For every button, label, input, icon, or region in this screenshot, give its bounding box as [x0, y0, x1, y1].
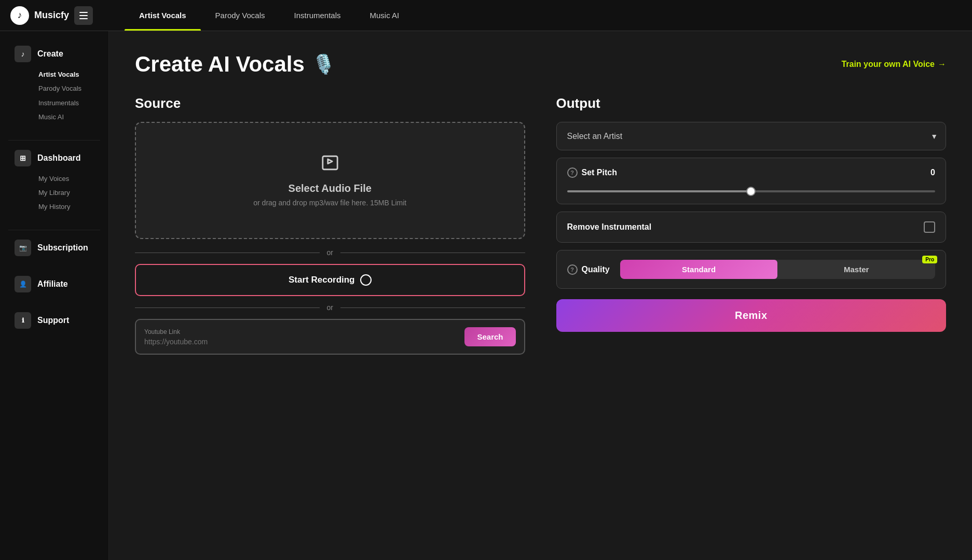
- train-link[interactable]: Train your own AI Voice →: [841, 60, 946, 69]
- sidebar-item-create[interactable]: ♪ Create: [8, 41, 100, 66]
- output-column: Output Select an Artist ▼ ? Set Pitch 0: [556, 95, 947, 332]
- dashboard-icon: ⊞: [15, 150, 31, 166]
- menu-button[interactable]: [74, 6, 93, 25]
- sidebar-label-dashboard: Dashboard: [37, 153, 81, 163]
- sidebar-label-subscription: Subscription: [37, 243, 88, 253]
- quality-card: ? Quality Standard Master Pro: [556, 250, 947, 289]
- youtube-link-input[interactable]: [144, 338, 459, 346]
- content-area: Create AI Vocals 🎙️ Train your own AI Vo…: [109, 31, 972, 560]
- sidebar-sub-instrumentals[interactable]: Instrumentals: [8, 96, 100, 110]
- output-title: Output: [556, 95, 947, 111]
- remove-instrumental-label: Remove Instrumental: [567, 222, 652, 232]
- sidebar: ♪ Create Artist Vocals Parody Vocals Ins…: [0, 31, 109, 560]
- support-icon: ℹ: [15, 312, 31, 329]
- top-nav: Artist Vocals Parody Vocals Instrumental…: [125, 0, 414, 31]
- pitch-label: Set Pitch: [582, 168, 617, 177]
- sidebar-label-affiliate: Affiliate: [37, 279, 68, 289]
- top-bar: ♪ Musicfy Artist Vocals Parody Vocals In…: [0, 0, 972, 31]
- menu-line-3: [79, 18, 88, 19]
- source-column: Source Select Audio File or drag and dro…: [135, 95, 525, 355]
- logo-note: ♪: [18, 10, 22, 21]
- audio-drop-zone[interactable]: Select Audio File or drag and drop mp3/w…: [135, 122, 525, 239]
- file-music-icon: [152, 154, 509, 175]
- quality-options: Standard Master: [620, 260, 935, 279]
- two-column-layout: Source Select Audio File or drag and dro…: [135, 95, 946, 355]
- pitch-card: ? Set Pitch 0: [556, 158, 947, 204]
- sidebar-item-subscription[interactable]: 📷 Subscription: [8, 235, 100, 260]
- start-recording-button[interactable]: Start Recording: [135, 264, 525, 296]
- search-button[interactable]: Search: [464, 327, 515, 346]
- subscription-icon: 📷: [15, 240, 31, 256]
- quality-label: Quality: [582, 265, 610, 274]
- drop-sub-text: or drag and drop mp3/wav file here. 15MB…: [152, 199, 509, 207]
- drop-main-text: Select Audio File: [152, 183, 509, 194]
- sidebar-section-affiliate: 👤 Affiliate: [0, 272, 108, 308]
- or-divider-1: or: [135, 248, 525, 257]
- divider-2: [8, 230, 100, 230]
- menu-line-2: [79, 15, 88, 16]
- sidebar-sub-my-history[interactable]: My History: [8, 200, 100, 214]
- youtube-input-wrap: Youtube Link: [144, 328, 459, 346]
- or-text-1: or: [327, 248, 333, 257]
- quality-label-row: ? Quality: [567, 264, 610, 275]
- artist-select[interactable]: Select an Artist: [556, 122, 947, 150]
- youtube-input-area: Youtube Link Search: [135, 319, 525, 355]
- microphone-emoji: 🎙️: [312, 53, 335, 75]
- logo-icon: ♪: [10, 6, 29, 25]
- divider-1: [8, 140, 100, 141]
- sidebar-item-support[interactable]: ℹ Support: [8, 308, 100, 333]
- sidebar-sub-music-ai[interactable]: Music AI: [8, 110, 100, 124]
- sidebar-sub-my-voices[interactable]: My Voices: [8, 172, 100, 186]
- menu-line-1: [79, 12, 88, 13]
- pro-badge: Pro: [922, 256, 937, 263]
- sidebar-section-dashboard: ⊞ Dashboard My Voices My Library My Hist…: [0, 146, 108, 225]
- page-title: Create AI Vocals 🎙️: [135, 52, 335, 77]
- pitch-header: ? Set Pitch 0: [567, 167, 936, 178]
- youtube-label: Youtube Link: [144, 328, 459, 335]
- train-link-text: Train your own AI Voice: [841, 60, 935, 69]
- tab-artist-vocals[interactable]: Artist Vocals: [125, 0, 201, 31]
- record-btn-label: Start Recording: [289, 275, 355, 285]
- page-title-text: Create AI Vocals: [135, 52, 305, 77]
- main-layout: ♪ Create Artist Vocals Parody Vocals Ins…: [0, 31, 972, 560]
- sidebar-item-affiliate[interactable]: 👤 Affiliate: [8, 272, 100, 297]
- pitch-value: 0: [930, 168, 935, 177]
- affiliate-icon: 👤: [15, 276, 31, 292]
- sidebar-item-dashboard[interactable]: ⊞ Dashboard: [8, 146, 100, 171]
- sidebar-section-create: ♪ Create Artist Vocals Parody Vocals Ins…: [0, 41, 108, 135]
- create-icon: ♪: [15, 46, 31, 62]
- tab-parody-vocals[interactable]: Parody Vocals: [201, 0, 280, 31]
- sidebar-label-support: Support: [37, 316, 69, 325]
- sidebar-section-support: ℹ Support: [0, 308, 108, 344]
- sidebar-label-create: Create: [37, 49, 63, 59]
- quality-option-standard[interactable]: Standard: [620, 260, 778, 279]
- pitch-label-row: ? Set Pitch: [567, 167, 617, 178]
- train-link-arrow: →: [938, 60, 946, 69]
- sidebar-sub-parody-vocals[interactable]: Parody Vocals: [8, 81, 100, 95]
- page-header: Create AI Vocals 🎙️ Train your own AI Vo…: [135, 52, 946, 77]
- quality-options-wrap: Standard Master Pro: [620, 260, 935, 279]
- tab-music-ai[interactable]: Music AI: [355, 0, 414, 31]
- pitch-help-icon[interactable]: ?: [567, 167, 578, 178]
- or-text-2: or: [327, 303, 333, 312]
- sidebar-section-subscription: 📷 Subscription: [0, 235, 108, 272]
- logo-text: Musicfy: [34, 10, 69, 21]
- source-title: Source: [135, 95, 525, 111]
- sidebar-sub-my-library[interactable]: My Library: [8, 186, 100, 200]
- pitch-slider[interactable]: [567, 190, 936, 192]
- remove-instrumental-checkbox[interactable]: [924, 221, 935, 233]
- tab-instrumentals[interactable]: Instrumentals: [279, 0, 355, 31]
- logo-area: ♪ Musicfy: [10, 6, 119, 25]
- remix-button[interactable]: Remix: [556, 299, 947, 332]
- or-divider-2: or: [135, 303, 525, 312]
- sidebar-sub-artist-vocals[interactable]: Artist Vocals: [8, 67, 100, 81]
- record-circle-icon: [360, 274, 372, 286]
- quality-option-master[interactable]: Master: [777, 260, 935, 279]
- artist-select-wrap: Select an Artist ▼: [556, 122, 947, 150]
- quality-help-icon[interactable]: ?: [567, 264, 578, 275]
- remove-instrumental-card: Remove Instrumental: [556, 212, 947, 243]
